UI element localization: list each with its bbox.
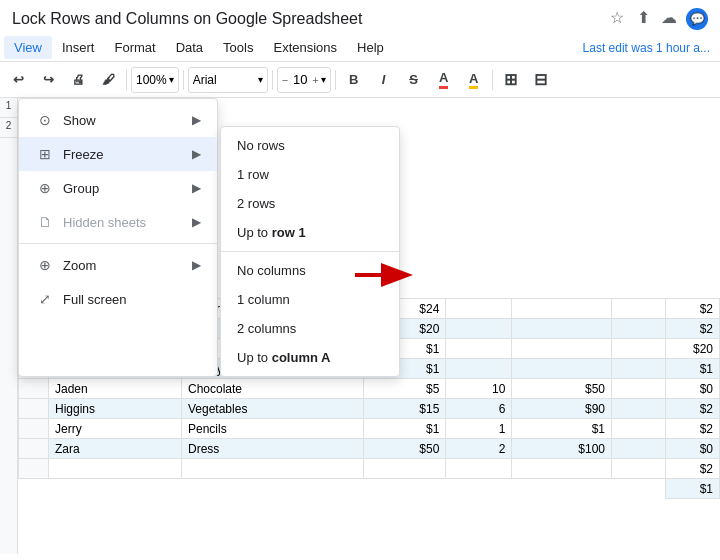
cell[interactable]: Jaden [49,379,182,399]
cell[interactable]: $0 [666,439,720,459]
freeze-submenu-2-rows[interactable]: 2 rows [221,189,399,218]
menu-item-help[interactable]: Help [347,36,394,59]
dropdown-item-full-screen[interactable]: ⤢ Full screen [19,282,217,316]
font-size-select[interactable]: − 10 + ▾ [277,67,331,93]
cell[interactable]: $1 [666,479,720,499]
view-dropdown-menu: ⊙ Show ▶ ⊞ Freeze ▶ ⊕ Group ▶ 🗋 Hidden s… [18,98,218,377]
text-color-icon: A [439,70,448,89]
cell[interactable]: $2 [666,399,720,419]
freeze-submenu-2-columns[interactable]: 2 columns [221,314,399,343]
row-header [19,379,49,399]
cell[interactable]: Higgins [49,399,182,419]
table-row: $2 [666,319,720,339]
cloud-upload-icon[interactable]: ⬆ [634,8,652,26]
cell[interactable]: $50 [363,439,446,459]
hidden-sheets-arrow-icon: ▶ [192,215,201,229]
cell[interactable]: Dress [182,439,364,459]
cell[interactable]: $2 [666,419,720,439]
cell[interactable]: $2 [666,299,720,319]
font-family-arrow-icon: ▾ [258,74,263,85]
merge-button[interactable]: ⊟ [527,66,555,94]
paint-format-button[interactable]: 🖌 [94,66,122,94]
cell[interactable]: $15 [363,399,446,419]
cell[interactable] [446,319,512,339]
cell[interactable]: $1 [363,419,446,439]
cloud-icon[interactable]: ☁ [660,8,678,26]
cell[interactable] [512,299,612,319]
table-row: $1 [666,479,720,499]
font-size-decrease-icon[interactable]: − [282,74,288,86]
dropdown-item-group[interactable]: ⊕ Group ▶ [19,171,217,205]
cell[interactable] [363,459,446,479]
cell[interactable]: $100 [512,439,612,459]
highlight-color-button[interactable]: A [460,66,488,94]
show-label: Show [63,113,184,128]
zoom-control[interactable]: 100% ▾ [131,67,179,93]
freeze-submenu-up-to-col-a[interactable]: Up to column A [221,343,399,372]
cell[interactable]: $1 [512,419,612,439]
menu-item-view[interactable]: View [4,36,52,59]
freeze-submenu: No rows 1 row 2 rows Up to row 1 No colu… [220,126,400,377]
font-family-select[interactable]: Arial ▾ [188,67,268,93]
cell[interactable]: Chocolate [182,379,364,399]
cell[interactable] [446,459,512,479]
italic-button[interactable]: I [370,66,398,94]
toolbar-separator-5 [492,70,493,90]
dropdown-item-zoom[interactable]: ⊕ Zoom ▶ [19,248,217,282]
dropdown-item-show[interactable]: ⊙ Show ▶ [19,103,217,137]
cell[interactable]: $5 [363,379,446,399]
cell[interactable] [512,359,612,379]
show-arrow-icon: ▶ [192,113,201,127]
cell[interactable] [512,339,612,359]
cell[interactable] [182,459,364,479]
cell[interactable]: 2 [446,439,512,459]
text-color-button[interactable]: A [430,66,458,94]
menu-item-insert[interactable]: Insert [52,36,105,59]
cell[interactable]: $2 [666,319,720,339]
comment-icon[interactable]: 💬 [686,8,708,30]
cell[interactable]: $90 [512,399,612,419]
cell[interactable] [49,459,182,479]
strikethrough-button[interactable]: S [400,66,428,94]
cell[interactable]: $1 [666,359,720,379]
bold-button[interactable]: B [340,66,368,94]
cell[interactable] [446,299,512,319]
cell[interactable] [512,459,612,479]
star-icon[interactable]: ☆ [608,8,626,26]
undo-button[interactable]: ↩ [4,66,32,94]
menu-item-tools[interactable]: Tools [213,36,263,59]
print-button[interactable]: 🖨 [64,66,92,94]
cell[interactable]: 6 [446,399,512,419]
font-size-arrow-icon: ▾ [321,74,326,85]
cell[interactable]: Vegetables [182,399,364,419]
cell[interactable]: $50 [512,379,612,399]
cell[interactable]: $20 [666,339,720,359]
cell[interactable]: 1 [446,419,512,439]
dropdown-item-hidden-sheets[interactable]: 🗋 Hidden sheets ▶ [19,205,217,239]
show-icon: ⊙ [35,110,55,130]
zoom-label: Zoom [63,258,184,273]
freeze-submenu-1-row[interactable]: 1 row [221,160,399,189]
cell[interactable] [446,339,512,359]
borders-button[interactable]: ⊞ [497,66,525,94]
font-size-increase-icon[interactable]: + [312,74,318,86]
freeze-submenu-up-to-row1[interactable]: Up to row 1 [221,218,399,247]
last-edit-text: Last edit was 1 hour a... [583,41,720,55]
dropdown-item-freeze[interactable]: ⊞ Freeze ▶ [19,137,217,171]
cell[interactable]: $2 [666,459,720,479]
cell[interactable] [512,319,612,339]
menu-item-data[interactable]: Data [166,36,213,59]
cell[interactable]: 10 [446,379,512,399]
cell[interactable]: Jerry [49,419,182,439]
dropdown-separator [19,243,217,244]
table-row: $0 [666,379,720,399]
cell[interactable]: $0 [666,379,720,399]
menu-item-extensions[interactable]: Extensions [263,36,347,59]
cell[interactable] [446,359,512,379]
redo-button[interactable]: ↪ [34,66,62,94]
freeze-submenu-no-rows[interactable]: No rows [221,131,399,160]
cell[interactable]: Pencils [182,419,364,439]
table-row: $2 [666,399,720,419]
menu-item-format[interactable]: Format [104,36,165,59]
cell[interactable]: Zara [49,439,182,459]
